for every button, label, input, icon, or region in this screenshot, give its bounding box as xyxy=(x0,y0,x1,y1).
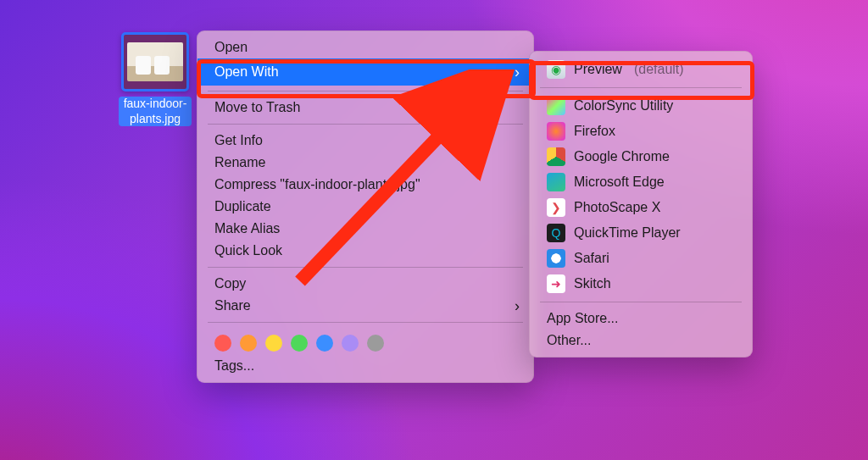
submenu-app-label: Skitch xyxy=(574,276,611,291)
microsoft-edge-app-icon xyxy=(547,173,565,191)
submenu-app-label: ColorSync Utility xyxy=(574,98,673,114)
open-with-submenu: ◉ Preview (default) ColorSync UtilityFir… xyxy=(529,51,753,357)
menu-divider xyxy=(540,87,742,88)
menu-make-alias-label: Make Alias xyxy=(214,221,280,236)
tag-color-dot[interactable] xyxy=(291,335,308,352)
submenu-app-label: PhotoScape X xyxy=(574,200,660,215)
menu-open-label: Open xyxy=(214,40,248,55)
submenu-app-photoscape-x[interactable]: ❯PhotoScape X xyxy=(530,195,752,220)
menu-divider xyxy=(208,124,523,125)
skitch-app-icon: ➜ xyxy=(547,274,565,293)
submenu-app-label: Firefox xyxy=(574,124,615,139)
menu-move-to-trash[interactable]: Move to Trash xyxy=(198,97,533,119)
file-thumbnail xyxy=(121,32,189,91)
tag-color-dot[interactable] xyxy=(342,335,359,352)
plant-photo-icon xyxy=(127,42,183,81)
menu-make-alias[interactable]: Make Alias xyxy=(198,218,533,240)
menu-copy-label: Copy xyxy=(214,276,246,291)
menu-duplicate-label: Duplicate xyxy=(214,199,271,214)
submenu-preview-label: Preview xyxy=(574,62,622,77)
preview-app-icon: ◉ xyxy=(547,60,565,79)
menu-divider xyxy=(540,302,742,302)
submenu-default-suffix: (default) xyxy=(634,62,684,77)
chevron-right-icon: › xyxy=(515,64,520,81)
menu-divider xyxy=(208,267,523,268)
submenu-app-label: QuickTime Player xyxy=(574,225,681,241)
tag-color-dot[interactable] xyxy=(214,335,231,352)
menu-open-with[interactable]: Open With › xyxy=(198,58,533,86)
tag-color-dot[interactable] xyxy=(316,335,333,352)
menu-compress[interactable]: Compress "faux-indoor-plants.jpg" xyxy=(198,174,533,196)
submenu-app-microsoft-edge[interactable]: Microsoft Edge xyxy=(530,169,752,195)
submenu-app-colorsync-utility[interactable]: ColorSync Utility xyxy=(530,93,752,119)
google-chrome-app-icon xyxy=(547,147,565,166)
submenu-other[interactable]: Other... xyxy=(530,330,752,352)
tag-color-dot[interactable] xyxy=(265,335,282,352)
menu-open-with-label: Open With xyxy=(214,64,279,80)
menu-divider xyxy=(208,91,523,91)
menu-compress-label: Compress "faux-indoor-plants.jpg" xyxy=(214,177,420,192)
menu-get-info[interactable]: Get Info xyxy=(198,130,533,152)
menu-tags-label: Tags... xyxy=(214,358,254,374)
submenu-app-label: Microsoft Edge xyxy=(574,175,665,190)
menu-share-label: Share xyxy=(214,298,251,313)
submenu-app-label: Google Chrome xyxy=(574,149,670,164)
colorsync-utility-app-icon xyxy=(547,97,565,115)
submenu-app-safari[interactable]: Safari xyxy=(530,246,752,271)
menu-rename[interactable]: Rename xyxy=(198,152,533,174)
submenu-app-skitch[interactable]: ➜Skitch xyxy=(530,271,752,297)
submenu-preview-default[interactable]: ◉ Preview (default) xyxy=(530,57,752,82)
menu-get-info-label: Get Info xyxy=(214,133,263,148)
submenu-app-firefox[interactable]: Firefox xyxy=(530,119,752,144)
tag-color-dot[interactable] xyxy=(240,335,257,352)
submenu-app-google-chrome[interactable]: Google Chrome xyxy=(530,144,752,169)
context-menu: Open Open With › Move to Trash Get Info … xyxy=(197,30,534,383)
file-label: faux-indoor-plants.jpg xyxy=(119,97,192,126)
submenu-app-quicktime-player[interactable]: QQuickTime Player xyxy=(530,220,752,246)
desktop-file[interactable]: faux-indoor-plants.jpg xyxy=(119,32,192,126)
chevron-right-icon: › xyxy=(515,297,520,315)
submenu-app-label: Safari xyxy=(574,251,609,266)
menu-move-to-trash-label: Move to Trash xyxy=(214,100,300,115)
menu-divider xyxy=(208,322,523,323)
menu-duplicate[interactable]: Duplicate xyxy=(198,196,533,218)
submenu-other-label: Other... xyxy=(547,333,591,348)
firefox-app-icon xyxy=(547,122,565,141)
menu-quick-look-label: Quick Look xyxy=(214,243,282,258)
menu-quick-look[interactable]: Quick Look xyxy=(198,240,533,262)
photoscape-x-app-icon: ❯ xyxy=(547,198,565,217)
submenu-app-store[interactable]: App Store... xyxy=(530,308,752,330)
safari-app-icon xyxy=(547,249,565,268)
menu-copy[interactable]: Copy xyxy=(198,273,533,295)
quicktime-player-app-icon: Q xyxy=(547,224,565,242)
menu-tags[interactable]: Tags... xyxy=(198,355,533,377)
menu-open[interactable]: Open xyxy=(198,36,533,58)
tag-color-row xyxy=(198,328,533,355)
submenu-app-store-label: App Store... xyxy=(547,311,619,326)
menu-share[interactable]: Share › xyxy=(198,295,533,317)
menu-rename-label: Rename xyxy=(214,155,265,170)
tag-color-dot[interactable] xyxy=(367,335,384,352)
